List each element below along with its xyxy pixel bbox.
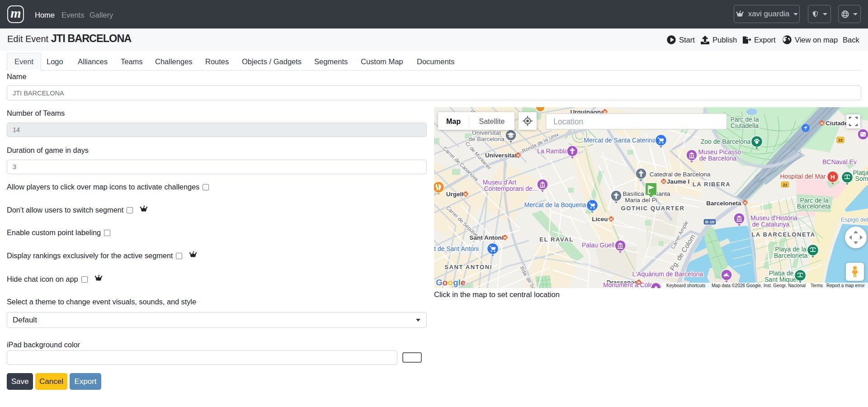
svg-text:Som: Som — [855, 175, 868, 182]
svg-text:Sant Miquel: Sant Miquel — [764, 276, 798, 283]
svg-text:Google: Google — [436, 278, 465, 287]
svg-text:Zoo de Barcelona: Zoo de Barcelona — [701, 138, 751, 145]
svg-text:Jaume I: Jaume I — [667, 178, 689, 185]
svg-text:M: M — [637, 280, 640, 284]
svg-text:La Rambla: La Rambla — [537, 147, 568, 155]
svg-text:M: M — [610, 217, 613, 221]
svg-text:Universitat: Universitat — [472, 129, 501, 136]
svg-text:H: H — [830, 174, 835, 180]
svg-text:22: 22 — [838, 138, 843, 142]
svg-text:Hospital del Mar: Hospital del Mar — [780, 173, 826, 180]
svg-text:Mercat de la Boqueria: Mercat de la Boqueria — [524, 201, 586, 208]
svg-text:Monument a Colom: Monument a Colom — [603, 281, 658, 288]
svg-text:Barceloneta: Barceloneta — [774, 252, 808, 259]
svg-text:Report a map error: Report a map error — [826, 283, 865, 288]
svg-text:Ciutadella: Ciutadella — [731, 122, 759, 129]
svg-text:M: M — [504, 236, 506, 240]
svg-text:Urgell: Urgell — [446, 191, 463, 198]
svg-text:M: M — [662, 180, 665, 184]
svg-text:LA RIBERA: LA RIBERA — [693, 181, 731, 188]
svg-text:M: M — [744, 201, 746, 205]
svg-text:Location: Location — [553, 117, 583, 126]
svg-text:de Barcelona: de Barcelona — [468, 136, 505, 142]
svg-text:M: M — [464, 192, 467, 196]
svg-text:Map: Map — [446, 118, 461, 125]
svg-text:Sant Antoni: Sant Antoni — [469, 234, 503, 241]
svg-text:Liceu: Liceu — [592, 216, 608, 222]
svg-text:de Catalunya: de Catalunya — [752, 221, 790, 228]
svg-text:Universitat: Universitat — [485, 152, 517, 159]
svg-text:Barceloneta: Barceloneta — [797, 203, 831, 210]
svg-text:de Barcelona: de Barcelona — [699, 155, 737, 162]
svg-text:Satellite: Satellite — [479, 118, 505, 125]
svg-text:GOTHIC QUARTER: GOTHIC QUARTER — [621, 205, 685, 212]
svg-text:Barceloneta: Barceloneta — [706, 200, 741, 207]
svg-text:Keyboard shortcuts: Keyboard shortcuts — [666, 283, 705, 288]
svg-text:BCNaval Ev: BCNaval Ev — [822, 158, 856, 166]
svg-text:B-10: B-10 — [705, 219, 715, 224]
svg-text:SANT ANTONI: SANT ANTONI — [444, 264, 492, 270]
svg-text:EL RAVAL: EL RAVAL — [539, 236, 574, 243]
svg-text:M: M — [821, 121, 823, 125]
svg-text:Maria del Pi: Maria del Pi — [625, 197, 657, 204]
svg-text:Espigó del: Espigó del — [841, 216, 868, 223]
svg-text:Terms: Terms — [811, 283, 823, 288]
svg-text:Map data ©2026 Google, Inst. G: Map data ©2026 Google, Inst. Geogr. Naci… — [712, 283, 806, 288]
svg-text:cat de Sant Antoni: cat de Sant Antoni — [434, 245, 479, 252]
svg-text:M: M — [517, 153, 519, 157]
svg-text:Mercat de Santa Caterina: Mercat de Santa Caterina — [584, 137, 656, 144]
svg-text:Contemporani de...: Contemporani de... — [484, 185, 538, 192]
svg-text:m: m — [10, 6, 21, 20]
svg-text:Catedral de Barcelona: Catedral de Barcelona — [650, 171, 711, 178]
svg-text:22: 22 — [783, 183, 787, 187]
svg-text:LA BARCELONETA: LA BARCELONETA — [751, 231, 816, 238]
svg-text:Palau Güell: Palau Güell — [582, 241, 614, 249]
svg-text:L'Aquàrium de Barcelona: L'Aquàrium de Barcelona — [632, 270, 703, 278]
